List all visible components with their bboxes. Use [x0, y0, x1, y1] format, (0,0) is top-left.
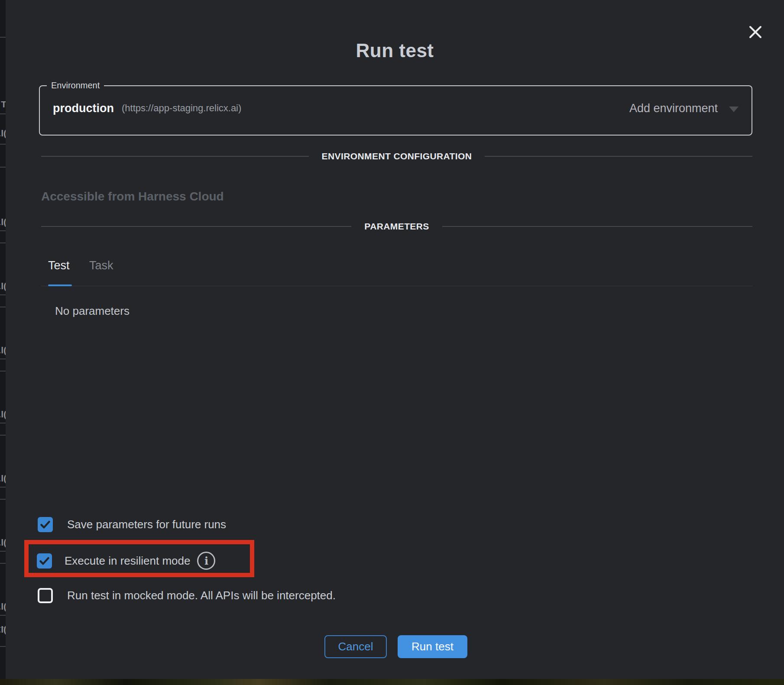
- background-text-fragment: .l(: [0, 473, 6, 484]
- background-divider-line: [0, 242, 6, 243]
- mocked-mode-label: Run test in mocked mode. All APIs will b…: [67, 589, 336, 602]
- modal-title: Run test: [6, 40, 784, 61]
- environment-field: Environment production (https://app-stag…: [39, 81, 752, 136]
- background-divider-line: [0, 113, 6, 114]
- background-divider-line: [0, 487, 6, 488]
- environment-configuration-title: ENVIRONMENT CONFIGURATION: [322, 151, 472, 162]
- add-environment-button[interactable]: Add environment: [629, 102, 739, 115]
- background-divider-line: [0, 563, 6, 564]
- tab-test[interactable]: Test: [48, 259, 70, 272]
- save-parameters-label: Save parameters for future runs: [67, 518, 226, 531]
- save-parameters-checkbox[interactable]: [38, 517, 53, 532]
- cancel-button[interactable]: Cancel: [324, 635, 387, 658]
- environment-name: production: [53, 102, 114, 115]
- resilient-mode-checkbox[interactable]: [37, 553, 52, 569]
- parameters-title: PARAMETERS: [364, 221, 429, 232]
- background-divider-line: [0, 423, 6, 423]
- background-divider-line: [0, 144, 6, 145]
- environment-field-label: Environment: [47, 81, 104, 90]
- parameters-divider: PARAMETERS: [41, 221, 752, 232]
- background-divider-line: [0, 307, 6, 307]
- tabs-baseline: [41, 286, 752, 286]
- add-environment-label: Add environment: [629, 102, 718, 115]
- background-text-fragment: .l(: [0, 281, 6, 292]
- background-divider-line: [0, 167, 6, 168]
- background-divider-line: [0, 294, 6, 295]
- background-text-fragment: .l(: [0, 345, 6, 356]
- background-divider-line: [0, 371, 6, 372]
- background-text-fragment: .l(: [0, 601, 6, 612]
- background-divider-line: [0, 615, 6, 616]
- environment-access-text: Accessible from Harness Cloud: [41, 190, 224, 204]
- background-text-fragment: .l(: [0, 216, 6, 228]
- option-save-parameters: Save parameters for future runs: [38, 517, 226, 532]
- background-divider-line: [0, 435, 6, 436]
- divider-line: [485, 156, 752, 157]
- divider-line: [41, 226, 351, 227]
- info-icon[interactable]: i: [197, 552, 215, 570]
- background-page-bottom-strip: [0, 679, 784, 685]
- chevron-down-icon: [729, 107, 739, 112]
- background-text-fragment: .l(: [0, 537, 6, 548]
- background-page-left-sliver: T.l(.l(.l(.l(.l(.l(.l(.l(.l(: [0, 0, 6, 679]
- background-divider-line: [0, 359, 6, 359]
- divider-line: [442, 226, 752, 227]
- run-test-button[interactable]: Run test: [398, 635, 467, 658]
- background-divider-line: [0, 551, 6, 552]
- background-divider-line: [0, 37, 6, 38]
- background-text-fragment: T: [0, 99, 6, 110]
- background-text-fragment: .l(: [0, 624, 6, 635]
- background-text-fragment: .l(: [0, 128, 6, 139]
- tab-task[interactable]: Task: [89, 259, 113, 272]
- option-mocked-mode: Run test in mocked mode. All APIs will b…: [38, 588, 336, 603]
- close-icon: [748, 25, 763, 41]
- active-tab-underline: [48, 284, 72, 286]
- background-text-fragment: .l(: [0, 409, 6, 420]
- divider-line: [41, 156, 309, 157]
- environment-url: (https://app-staging.relicx.ai): [122, 103, 241, 114]
- no-parameters-text: No parameters: [55, 304, 130, 318]
- screen: T.l(.l(.l(.l(.l(.l(.l(.l(.l( Run test En…: [0, 0, 784, 685]
- background-divider-line: [0, 646, 6, 647]
- mocked-mode-checkbox[interactable]: [38, 588, 53, 603]
- environment-configuration-divider: ENVIRONMENT CONFIGURATION: [41, 151, 752, 162]
- background-divider-line: [0, 230, 6, 231]
- background-divider-line: [0, 499, 6, 500]
- environment-row: production (https://app-staging.relicx.a…: [40, 90, 752, 126]
- option-resilient-mode: Execute in resilient mode i: [37, 552, 215, 570]
- run-test-modal: Run test Environment production (https:/…: [6, 0, 784, 679]
- resilient-mode-label: Execute in resilient mode: [65, 554, 190, 568]
